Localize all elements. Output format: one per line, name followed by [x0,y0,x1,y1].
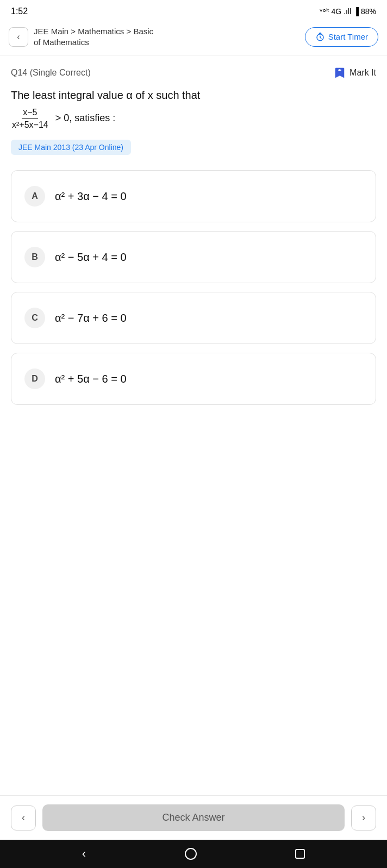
prev-icon: ‹ [22,812,25,823]
status-icons: ᵛᵒˡᵗ 4G .ıll ▐ 88% [320,7,376,16]
network-icon: ᵛᵒˡᵗ 4G .ıll [320,7,351,16]
status-bar: 1:52 ᵛᵒˡᵗ 4G .ıll ▐ 88% [0,0,387,21]
option-card-d[interactable]: D α² + 5α − 6 = 0 [11,353,376,405]
option-badge-c: C [24,308,45,328]
question-header: Q14 (Single Correct) Mark It [11,66,376,79]
back-icon: ‹ [17,32,20,42]
question-text-part1: The least integral value α of x such tha… [11,89,200,101]
options-container: A α² + 3α − 4 = 0 B α² − 5α + 4 = 0 C α²… [11,170,376,416]
svg-rect-2 [339,69,340,71]
question-text-part2: > 0, satisfies : [55,113,116,123]
fraction: x−5 x²+5x−14 [11,108,49,130]
check-answer-button[interactable]: Check Answer [42,804,345,831]
option-card-c[interactable]: C α² − 7α + 6 = 0 [11,292,376,344]
option-badge-a: A [24,186,45,207]
next-icon: › [362,812,365,823]
nav-bar: ‹ JEE Main > Mathematics > Basicof Mathe… [0,21,387,55]
fraction-denominator: x²+5x−14 [11,119,49,130]
start-timer-label: Start Timer [328,32,368,41]
option-badge-b: B [24,247,45,267]
prev-button[interactable]: ‹ [11,805,36,830]
bookmark-icon [333,66,346,79]
bottom-bar: ‹ Check Answer › [0,795,387,840]
fraction-numerator: x−5 [22,108,38,119]
option-math-c: α² − 7α + 6 = 0 [55,312,127,324]
question-math: x−5 x²+5x−14 > 0, satisfies : [11,108,376,130]
question-label: Q14 (Single Correct) [11,68,91,78]
option-math-a: α² + 3α − 4 = 0 [55,190,127,203]
next-button[interactable]: › [351,805,376,830]
option-card-a[interactable]: A α² + 3α − 4 = 0 [11,170,376,222]
android-recents-button[interactable] [295,849,305,859]
timer-icon [315,32,325,42]
status-time: 1:52 [11,7,28,16]
option-math-b: α² − 5α + 4 = 0 [55,251,127,264]
nav-breadcrumb: JEE Main > Mathematics > Basicof Mathema… [34,26,153,47]
nav-left: ‹ JEE Main > Mathematics > Basicof Mathe… [9,26,153,47]
battery-icon: ▐ 88% [353,7,376,16]
option-badge-d: D [24,369,45,389]
main-content: Q14 (Single Correct) Mark It The least i… [0,55,387,795]
jee-tag: JEE Main 2013 (23 Apr Online) [11,140,131,155]
mark-it-button[interactable]: Mark It [333,66,376,79]
back-button[interactable]: ‹ [9,27,28,47]
question-text: The least integral value α of x such tha… [11,87,376,103]
android-home-button[interactable] [185,848,197,860]
mark-it-label: Mark It [349,68,376,78]
android-back-button[interactable]: ‹ [82,847,86,861]
option-card-b[interactable]: B α² − 5α + 4 = 0 [11,231,376,283]
option-math-d: α² + 5α − 6 = 0 [55,373,127,385]
start-timer-button[interactable]: Start Timer [305,27,378,47]
android-nav-bar: ‹ [0,840,387,868]
